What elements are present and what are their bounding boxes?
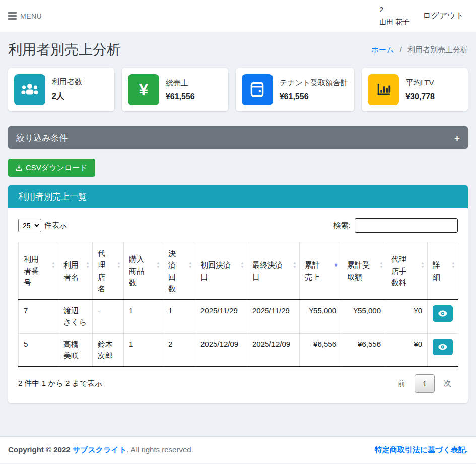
user-info[interactable]: 2 山田 花子 bbox=[379, 4, 410, 28]
brand-link[interactable]: サブスクライト bbox=[73, 445, 126, 454]
stat-value: ¥61,556 bbox=[280, 92, 348, 101]
sort-carets-icon bbox=[188, 262, 192, 269]
breadcrumb: ホーム / 利用者別売上分析 bbox=[371, 45, 468, 55]
sort-desc-icon bbox=[333, 263, 339, 268]
search-label: 検索: bbox=[333, 221, 351, 230]
cell-agency-fee: ¥0 bbox=[386, 334, 428, 367]
sales-table: 利用 者番 号 利用 者名 代 理 店 名 購入 商品 数 決 済 回 数 初回… bbox=[18, 242, 458, 367]
pagination-page-1[interactable]: 1 bbox=[415, 374, 435, 393]
page-length-label: 件表示 bbox=[44, 221, 67, 230]
column-header-total-received[interactable]: 累計受 取額 bbox=[342, 242, 386, 300]
cell-user-number: 7 bbox=[19, 300, 58, 334]
cell-total-received: ¥6,556 bbox=[342, 334, 386, 367]
user-name: 山田 花子 bbox=[379, 16, 410, 28]
cell-product-count: 1 bbox=[124, 334, 163, 367]
table-row: 5 高橋 美咲 鈴木 次郎 1 2 2025/12/09 2025/12/09 … bbox=[19, 334, 458, 367]
cell-payment-count: 2 bbox=[163, 334, 195, 367]
menu-toggle-button[interactable]: MENU bbox=[8, 12, 42, 20]
menu-label: MENU bbox=[20, 12, 42, 20]
page-footer: Copyright © 2022 サブスクライト. All rights res… bbox=[0, 436, 476, 463]
detail-button[interactable] bbox=[433, 305, 453, 322]
yen-icon: ¥ bbox=[128, 74, 159, 105]
csv-download-button[interactable]: CSVダウンロード bbox=[8, 159, 95, 177]
column-header-user-name[interactable]: 利用 者名 bbox=[58, 242, 93, 300]
cell-payment-count: 1 bbox=[163, 300, 195, 334]
breadcrumb-current: 利用者別売上分析 bbox=[407, 45, 468, 54]
bar-chart-icon bbox=[368, 74, 399, 105]
stat-card-total-sales: ¥ 総売上 ¥61,556 bbox=[122, 68, 228, 111]
table-panel-title: 利用者別売上一覧 bbox=[8, 185, 468, 208]
sort-carets-icon bbox=[51, 262, 55, 269]
stat-value: 2人 bbox=[52, 91, 82, 102]
stat-label: テナント受取額合計 bbox=[280, 78, 348, 88]
detail-button[interactable] bbox=[433, 339, 453, 355]
sort-carets-icon bbox=[117, 262, 121, 269]
sort-carets-icon bbox=[156, 262, 160, 269]
column-header-detail[interactable]: 詳 細 bbox=[428, 242, 458, 300]
sort-carets-icon bbox=[240, 262, 244, 269]
table-row: 7 渡辺 さくら - 1 1 2025/11/29 2025/11/29 ¥55… bbox=[19, 300, 458, 334]
table-header-row: 利用 者番 号 利用 者名 代 理 店 名 購入 商品 数 決 済 回 数 初回… bbox=[19, 242, 458, 300]
column-header-last-payment-date[interactable]: 最終決済 日 bbox=[247, 242, 300, 300]
copyright-text: Copyright © 2022 bbox=[8, 445, 71, 454]
sales-table-panel: 利用者別売上一覧 25 件表示 検索: bbox=[8, 185, 468, 403]
eye-icon bbox=[438, 310, 447, 317]
sort-carets-icon bbox=[293, 262, 297, 269]
logout-link[interactable]: ログアウト bbox=[423, 11, 464, 21]
hamburger-icon bbox=[8, 12, 17, 20]
cell-product-count: 1 bbox=[124, 300, 163, 334]
pagination-prev[interactable]: 前 bbox=[391, 374, 412, 393]
cell-agency-name: - bbox=[93, 300, 124, 334]
sort-carets-icon bbox=[451, 262, 455, 269]
expand-plus-icon[interactable]: + bbox=[454, 133, 460, 143]
stat-card-tenant-received: テナント受取額合計 ¥61,556 bbox=[236, 68, 354, 111]
column-header-agency-name[interactable]: 代 理 店 名 bbox=[93, 242, 124, 300]
top-navbar: MENU 2 山田 花子 ログアウト bbox=[0, 0, 476, 32]
users-icon bbox=[14, 74, 45, 105]
stat-label: 平均LTV bbox=[405, 78, 435, 88]
stat-value: ¥30,778 bbox=[405, 92, 435, 101]
sort-carets-icon bbox=[421, 262, 425, 269]
sort-carets-icon bbox=[379, 262, 383, 269]
cell-detail bbox=[428, 300, 458, 334]
csv-download-label: CSVダウンロード bbox=[26, 163, 88, 173]
column-header-payment-count[interactable]: 決 済 回 数 bbox=[163, 242, 195, 300]
cell-last-payment-date: 2025/12/09 bbox=[247, 334, 300, 367]
pagination-next[interactable]: 次 bbox=[437, 374, 458, 393]
cell-user-number: 5 bbox=[19, 334, 58, 367]
column-header-first-payment-date[interactable]: 初回決済 日 bbox=[195, 242, 247, 300]
cell-last-payment-date: 2025/11/29 bbox=[247, 300, 300, 334]
page-length-select[interactable]: 25 bbox=[18, 219, 41, 232]
cell-agency-name: 鈴木 次郎 bbox=[93, 334, 124, 367]
table-info: 2 件中 1 から 2 まで表示 bbox=[18, 379, 102, 388]
column-header-total-sales[interactable]: 累計 売上 bbox=[300, 242, 342, 300]
column-header-user-number[interactable]: 利用 者番 号 bbox=[19, 242, 58, 300]
user-id: 2 bbox=[379, 4, 410, 16]
cell-first-payment-date: 2025/12/09 bbox=[195, 334, 247, 367]
eye-icon bbox=[438, 344, 447, 350]
page-title: 利用者別売上分析 bbox=[8, 40, 121, 59]
column-header-agency-fee[interactable]: 代理 店手 数料 bbox=[386, 242, 428, 300]
content-area: 利用者別売上分析 ホーム / 利用者別売上分析 利用者数 2人 ¥ bbox=[0, 32, 476, 436]
cell-total-sales: ¥6,556 bbox=[300, 334, 342, 367]
stat-card-users: 利用者数 2人 bbox=[8, 68, 114, 111]
cell-detail bbox=[428, 334, 458, 367]
sort-carets-icon bbox=[86, 262, 90, 269]
copyright-suffix: . All rights reserved. bbox=[126, 445, 193, 454]
stat-value: ¥61,556 bbox=[166, 92, 195, 101]
filter-panel-title: 絞り込み条件 bbox=[16, 132, 68, 144]
stat-label: 利用者数 bbox=[52, 77, 82, 87]
breadcrumb-home-link[interactable]: ホーム bbox=[371, 45, 394, 54]
stats-row: 利用者数 2人 ¥ 総売上 ¥61,556 テナント受取額合計 bbox=[8, 68, 468, 111]
stat-label: 総売上 bbox=[166, 78, 195, 88]
table-search-input[interactable] bbox=[355, 218, 458, 233]
legal-link[interactable]: 特定商取引法に基づく表記. bbox=[375, 445, 468, 455]
column-header-product-count[interactable]: 購入 商品 数 bbox=[124, 242, 163, 300]
cell-total-sales: ¥55,000 bbox=[300, 300, 342, 334]
cell-user-name: 渡辺 さくら bbox=[58, 300, 93, 334]
breadcrumb-separator: / bbox=[400, 45, 402, 54]
cell-user-name: 高橋 美咲 bbox=[58, 334, 93, 367]
cell-first-payment-date: 2025/11/29 bbox=[195, 300, 247, 334]
filter-panel-header[interactable]: 絞り込み条件 + bbox=[8, 126, 468, 149]
wallet-icon bbox=[242, 74, 273, 105]
